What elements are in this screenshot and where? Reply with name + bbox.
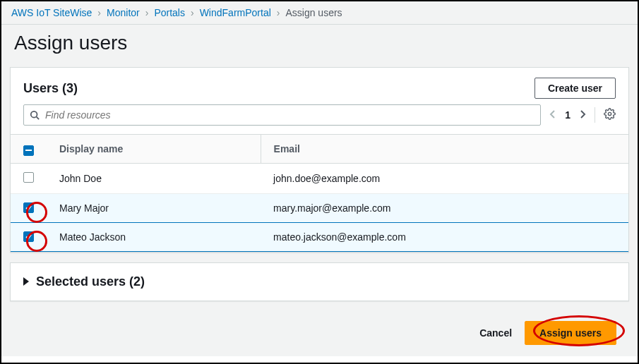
selected-users-title: Selected users (2) xyxy=(36,274,145,289)
chevron-right-icon: › xyxy=(191,7,194,18)
page-number: 1 xyxy=(565,109,571,121)
breadcrumb-link-sitewise[interactable]: AWS IoT SiteWise xyxy=(11,7,92,18)
page-title: Assign users xyxy=(1,25,638,67)
cell-email: mary.major@example.com xyxy=(261,193,628,222)
cell-display-name: John Doe xyxy=(47,163,261,193)
svg-point-2 xyxy=(608,112,611,115)
svg-line-1 xyxy=(37,117,40,120)
search-icon xyxy=(30,110,40,120)
svg-point-0 xyxy=(31,111,37,118)
users-panel: Users (3) Create user 1 xyxy=(10,67,629,253)
chevron-right-icon: › xyxy=(145,7,149,18)
divider xyxy=(595,107,595,123)
cancel-button[interactable]: Cancel xyxy=(479,327,512,339)
create-user-button[interactable]: Create user xyxy=(535,78,616,99)
chevron-right-icon: › xyxy=(97,7,101,18)
search-input[interactable] xyxy=(45,109,535,121)
table-row[interactable]: Mary Major mary.major@example.com xyxy=(11,193,628,222)
selected-users-panel[interactable]: Selected users (2) xyxy=(10,262,629,301)
select-all-checkbox[interactable] xyxy=(23,145,34,156)
breadcrumb-current: Assign users xyxy=(285,7,342,18)
row-checkbox[interactable] xyxy=(23,172,34,183)
cell-email: mateo.jackson@example.com xyxy=(261,222,628,251)
caret-right-icon xyxy=(23,277,29,286)
breadcrumb: AWS IoT SiteWise › Monitor › Portals › W… xyxy=(1,1,638,25)
settings-button[interactable] xyxy=(604,108,616,122)
column-display-name[interactable]: Display name xyxy=(47,135,261,164)
row-checkbox[interactable] xyxy=(23,231,34,242)
cell-display-name: Mary Major xyxy=(47,193,261,222)
page-prev-button[interactable] xyxy=(549,109,556,121)
row-checkbox[interactable] xyxy=(23,202,34,213)
breadcrumb-link-portal[interactable]: WindFarmPortal xyxy=(200,7,271,18)
table-row[interactable]: John Doe john.doe@example.com xyxy=(11,163,628,193)
breadcrumb-link-monitor[interactable]: Monitor xyxy=(107,7,140,18)
assign-users-button[interactable]: Assign users xyxy=(525,321,616,345)
breadcrumb-link-portals[interactable]: Portals xyxy=(154,7,185,18)
chevron-right-icon: › xyxy=(277,7,280,18)
table-row[interactable]: Mateo Jackson mateo.jackson@example.com xyxy=(11,222,628,251)
users-table: Display name Email John Doe john.doe@exa… xyxy=(11,134,628,252)
pager: 1 xyxy=(549,107,616,123)
column-email[interactable]: Email xyxy=(261,135,628,164)
footer: Cancel Assign users xyxy=(10,311,629,348)
gear-icon xyxy=(604,108,616,120)
search-input-wrap[interactable] xyxy=(23,104,541,126)
cell-email: john.doe@example.com xyxy=(261,163,628,193)
users-panel-title: Users (3) xyxy=(23,81,78,96)
cell-display-name: Mateo Jackson xyxy=(47,222,261,251)
page-next-button[interactable] xyxy=(579,109,586,121)
